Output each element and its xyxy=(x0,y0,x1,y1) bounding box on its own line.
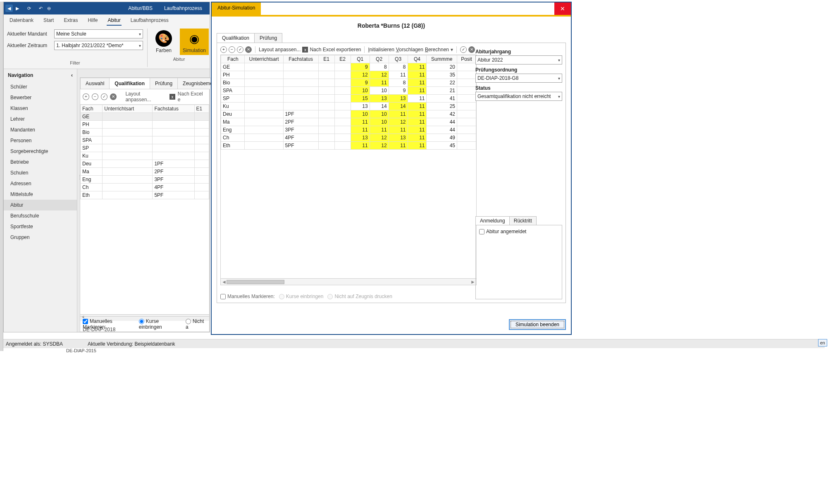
sidebar-item-gruppen[interactable]: Gruppen xyxy=(4,232,77,243)
tab-qualifikation[interactable]: Qualifikation xyxy=(109,78,150,89)
dlg-tab-qualifikation[interactable]: Qualifikation xyxy=(217,33,255,43)
table-row[interactable]: Ch4PF xyxy=(81,184,209,191)
menu-start[interactable]: Start xyxy=(43,16,55,26)
sidebar-item-personen[interactable]: Personen xyxy=(4,135,77,146)
menu-laufbahnprozess[interactable]: Laufbahnprozess xyxy=(130,16,169,26)
table-row[interactable]: PH xyxy=(81,121,209,129)
menu-hilfe[interactable]: Hilfe xyxy=(87,16,98,26)
dlg-cancel2-icon[interactable]: ✕ xyxy=(468,46,475,53)
dlg-tb-init[interactable]: Initialisieren xyxy=(368,47,394,53)
sidebar-item-mandanten[interactable]: Mandanten xyxy=(4,124,77,135)
col-unterrichtsart[interactable]: Unterrichtsart xyxy=(103,105,153,113)
truncated-button[interactable]: en xyxy=(818,339,827,346)
dlg-col-q4[interactable]: Q4 xyxy=(408,55,427,63)
status-combo[interactable]: Gesamtqualifikation nicht erreicht xyxy=(475,92,562,101)
sidebar-item-schüler[interactable]: Schüler xyxy=(4,81,77,92)
opt-kurse[interactable]: Kurse einbringen xyxy=(139,318,181,330)
chevron-down-icon[interactable]: ▾ xyxy=(451,47,453,53)
table-row[interactable]: SPA xyxy=(81,136,209,144)
menu-extras[interactable]: Extras xyxy=(63,16,79,26)
dlg-cancel-icon[interactable]: ✕ xyxy=(245,46,252,53)
tab-laufbahnprozess[interactable]: Laufbahnprozess xyxy=(158,2,208,14)
table-row[interactable]: Eth5PF1112111145 xyxy=(221,142,476,150)
tab-abitur-bbs[interactable]: Abitur/BBS xyxy=(122,2,158,14)
side-tab-anmeldung[interactable]: Anmeldung xyxy=(475,216,510,225)
add-icon[interactable]: + xyxy=(83,93,89,100)
sidebar-item-mittelstufe[interactable]: Mittelstufe xyxy=(4,189,77,200)
remove-icon[interactable]: − xyxy=(92,93,98,100)
sidebar-item-sportfeste[interactable]: Sportfeste xyxy=(4,221,77,232)
tab-auswahl[interactable]: Auswahl xyxy=(80,78,110,89)
sidebar-item-adressen[interactable]: Adressen xyxy=(4,178,77,189)
dlg-check-icon[interactable]: ✓ xyxy=(237,46,243,53)
col-fach[interactable]: Fach xyxy=(81,105,103,113)
table-row[interactable]: Ku1314141125 xyxy=(221,103,476,110)
col-e1[interactable]: E1 xyxy=(194,105,209,113)
menu-datenbank[interactable]: Datenbank xyxy=(9,16,34,26)
dlg-col-summme[interactable]: Summme xyxy=(427,55,457,63)
table-row[interactable]: Ch4PF1312131149 xyxy=(221,134,476,142)
table-row[interactable]: Eng3PF xyxy=(81,176,209,184)
menu-abitur[interactable]: Abitur xyxy=(107,16,121,26)
dlg-col-fach[interactable]: Fach xyxy=(221,55,245,63)
dlg-tb-layout[interactable]: Layout anpassen... xyxy=(259,47,301,53)
table-row[interactable]: PH1212111135 xyxy=(221,71,476,79)
table-row[interactable]: Deu1PF xyxy=(81,160,209,168)
sidebar-item-klassen[interactable]: Klassen xyxy=(4,103,77,114)
col-fachstatus[interactable]: Fachstatus xyxy=(153,105,194,113)
table-row[interactable]: SP1513131141 xyxy=(221,95,476,103)
minus-circle-icon[interactable]: ⊖ xyxy=(45,5,52,12)
dlg-check2-icon[interactable]: ✓ xyxy=(460,46,467,53)
mandant-combo[interactable]: Meine Schule xyxy=(54,29,143,38)
jahrgang-combo[interactable]: Abitur 2022 xyxy=(475,55,562,64)
dlg-remove-icon[interactable]: − xyxy=(229,46,235,53)
ordnung-combo[interactable]: DE-DIAP-2018-G8 xyxy=(475,74,562,83)
dlg-col-e1[interactable]: E1 xyxy=(318,55,334,63)
dlg-col-q3[interactable]: Q3 xyxy=(389,55,408,63)
sidebar-item-betriebe[interactable]: Betriebe xyxy=(4,157,77,167)
table-row[interactable]: Bio91181122 xyxy=(221,79,476,87)
table-row[interactable]: Bio xyxy=(81,129,209,136)
table-row[interactable]: Ma2PF xyxy=(81,168,209,176)
dlg-tb-vorschlag[interactable]: Vorschlagen xyxy=(396,47,423,53)
opt-nicht[interactable]: Nicht a xyxy=(186,318,207,330)
side-tab-rücktritt[interactable]: Rücktritt xyxy=(509,216,537,225)
sidebar-item-sorgeberechtigte[interactable]: Sorgeberechtigte xyxy=(4,146,77,157)
dlg-add-icon[interactable]: + xyxy=(220,46,227,53)
table-row[interactable]: Ku xyxy=(81,152,209,160)
simulation-button[interactable]: ◉ Simulation xyxy=(180,29,209,55)
main-grid[interactable]: FachUnterrichtsartFachstatusE1 GEPHBioSP… xyxy=(80,105,209,199)
dlg-col-q1[interactable]: Q1 xyxy=(351,55,370,63)
abitur-angemeldet-check[interactable]: Abitur angemeldet xyxy=(479,229,526,234)
toolbar-excel[interactable]: Nach Excel e xyxy=(178,91,207,103)
table-row[interactable]: Deu1PF1010111142 xyxy=(221,110,476,118)
dlg-col-unterrichtsart[interactable]: Unterrichtsart xyxy=(245,55,283,63)
dlg-col-fachstatus[interactable]: Fachstatus xyxy=(283,55,318,63)
table-row[interactable]: Ma2PF1110121144 xyxy=(221,118,476,126)
sidebar-item-berufsschule[interactable]: Berufsschule xyxy=(4,210,77,221)
nav-forward-icon[interactable]: ▶ xyxy=(14,5,21,12)
table-row[interactable]: SPA101091121 xyxy=(221,87,476,95)
check-icon[interactable]: ✓ xyxy=(101,93,107,100)
sidebar-item-bewerber[interactable]: Bewerber xyxy=(4,92,77,103)
dlg-manuell-check[interactable]: Manuelles Markieren: xyxy=(220,294,275,299)
dlg-col-posit[interactable]: Posit xyxy=(457,55,476,63)
tab-prüfung[interactable]: Prüfung xyxy=(150,78,178,89)
table-row[interactable]: GE9881120 xyxy=(221,63,476,71)
dialog-grid[interactable]: FachUnterrichtsartFachstatusE1E2Q1Q2Q3Q4… xyxy=(221,55,476,150)
dlg-col-q2[interactable]: Q2 xyxy=(370,55,389,63)
toolbar-layout[interactable]: Layout anpassen... xyxy=(125,91,167,103)
simulation-beenden-button[interactable]: Simulation beenden xyxy=(509,319,566,330)
sidebar-item-schulen[interactable]: Schulen xyxy=(4,167,77,178)
dialog-h-scrollbar[interactable]: ◄► xyxy=(221,278,476,285)
dlg-tb-berechnen[interactable]: Berechnen xyxy=(425,47,449,53)
undo-icon[interactable]: ↶ xyxy=(37,5,44,12)
table-row[interactable]: GE xyxy=(81,113,209,121)
sidebar-item-lehrer[interactable]: Lehrer xyxy=(4,114,77,124)
sidebar-item-abitur[interactable]: Abitur xyxy=(4,200,77,210)
table-row[interactable]: Eth5PF xyxy=(81,191,209,199)
dlg-tb-excel[interactable]: Nach Excel exportieren xyxy=(310,47,361,53)
dlg-tab-prüfung[interactable]: Prüfung xyxy=(254,33,282,43)
collapse-icon[interactable]: ‹ xyxy=(71,72,73,78)
cancel-icon[interactable]: ✕ xyxy=(110,93,117,100)
